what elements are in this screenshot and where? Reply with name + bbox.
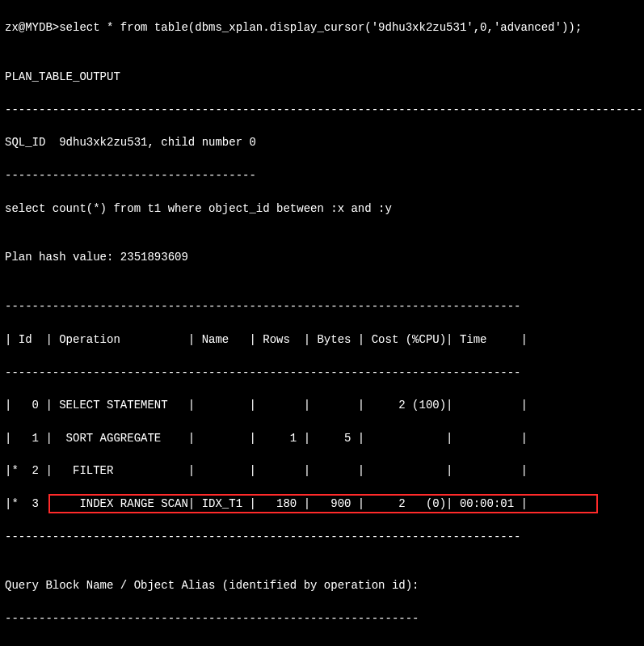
divider: ----------------------------------------…: [5, 102, 639, 118]
sql-command: select * from table(dbms_xplan.display_c…: [59, 21, 582, 34]
plan-row-2: |* 2 | FILTER | | | | | |: [5, 462, 639, 479]
plan-table-border: ----------------------------------------…: [5, 365, 639, 381]
plan-table-border-bottom: ----------------------------------------…: [5, 529, 639, 545]
plan-table-header: | Id | Operation | Name | Rows | Bytes |…: [5, 331, 639, 348]
plan-row-3-highlighted: |* 3 | INDEX RANGE SCAN| IDX_T1 | 180 | …: [5, 496, 639, 512]
query-block-title: Query Block Name / Object Alias (identif…: [5, 577, 639, 593]
plan-hash-value: Plan hash value: 2351893609: [5, 249, 639, 265]
highlight-box-index-range-scan: [48, 494, 598, 513]
plan-row-0: | 0 | SELECT STATEMENT | | | | 2 (100)| …: [5, 397, 639, 413]
plan-table-border-top: ----------------------------------------…: [5, 298, 639, 315]
sql-id-divider: -------------------------------------: [5, 167, 639, 184]
plan-table-output-header: PLAN_TABLE_OUTPUT: [5, 69, 639, 85]
shell-prompt: zx@MYDB>: [5, 21, 59, 34]
terminal-output: zx@MYDB>select * from table(dbms_xplan.d…: [0, 0, 644, 646]
command-line: zx@MYDB>select * from table(dbms_xplan.d…: [5, 19, 639, 36]
sql-text: select count(*) from t1 where object_id …: [5, 201, 639, 217]
query-block-divider: ----------------------------------------…: [5, 610, 639, 627]
plan-row-1: | 1 | SORT AGGREGATE | | 1 | 5 | | |: [5, 430, 639, 446]
sql-id-line: SQL_ID 9dhu3xk2zu531, child number 0: [5, 134, 639, 150]
